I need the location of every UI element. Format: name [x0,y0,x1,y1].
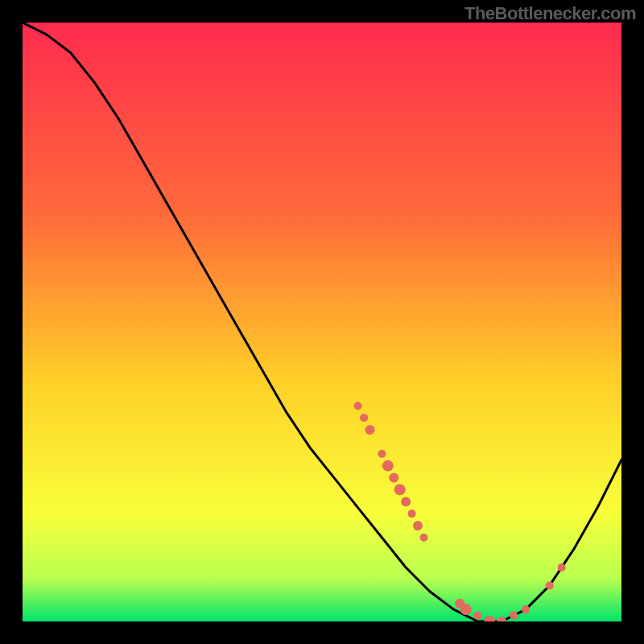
data-point [365,425,375,435]
attribution-text: TheBottlenecker.com [464,3,636,24]
data-point [378,450,386,458]
data-point [354,402,362,410]
data-point [382,460,394,472]
data-point [558,564,566,572]
plot-background [23,23,621,621]
data-point [460,604,472,615]
data-point [420,534,428,542]
data-point [413,521,423,530]
data-point [401,497,411,506]
data-point [389,473,398,482]
data-point [546,581,554,589]
data-point [394,484,406,495]
data-point [522,605,530,613]
data-point [408,510,416,518]
data-point [360,414,368,422]
data-point [473,612,481,620]
bottleneck-chart [23,23,621,621]
data-point [510,612,518,620]
chart-container: TheBottlenecker.com [0,0,644,644]
